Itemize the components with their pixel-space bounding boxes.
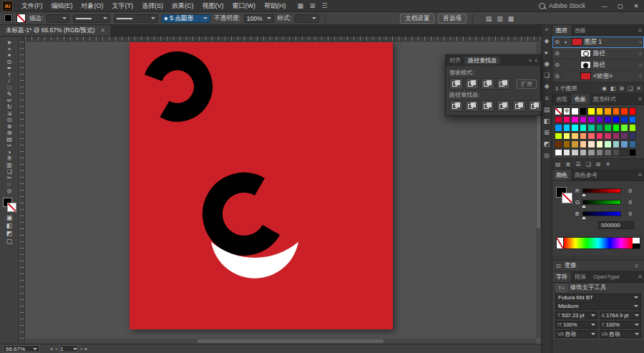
swatch[interactable]	[580, 140, 587, 148]
close-tab-icon[interactable]: ✕	[100, 27, 105, 34]
trim-button[interactable]	[465, 100, 479, 112]
delete-swatch-icon[interactable]: ✕	[605, 161, 610, 168]
swatch[interactable]	[555, 107, 562, 115]
direct-selection-tool[interactable]: ➣	[0, 46, 19, 52]
swatch[interactable]	[571, 116, 579, 124]
expand-panels-icon[interactable]: «	[542, 25, 552, 35]
preferences-button[interactable]: 首选项	[438, 14, 467, 24]
brush-definition-select[interactable]	[114, 14, 158, 23]
document-tab[interactable]: 未标题-1* @ 66.67% (RGB/预览) ✕	[0, 25, 112, 36]
hex-value-field[interactable]: 000000	[598, 221, 634, 229]
next-artboard-button[interactable]: ›	[80, 346, 82, 352]
layer-row[interactable]: ⊙路径○	[552, 59, 644, 71]
first-artboard-button[interactable]: «	[50, 346, 53, 352]
swatch[interactable]	[571, 140, 579, 148]
close-button[interactable]: ✕	[628, 0, 644, 11]
swatch[interactable]	[596, 132, 604, 140]
blend-tool[interactable]: ◑	[0, 149, 19, 155]
slider-track[interactable]	[582, 211, 621, 216]
font-family-select[interactable]: Futura Md BT	[555, 294, 641, 301]
transform-options-icon[interactable]: ▦	[508, 15, 514, 22]
swatches-tab[interactable]: 色板	[571, 94, 590, 105]
align-panel-icon[interactable]: ⊞	[542, 127, 552, 138]
swatch[interactable]	[629, 140, 637, 148]
layer-row[interactable]: ⊙<矩形>○	[552, 71, 644, 82]
line-segment-tool[interactable]: ∕	[0, 78, 19, 84]
navigator-panel-icon[interactable]: ◎	[542, 150, 552, 161]
swatch[interactable]	[629, 149, 637, 157]
swatch[interactable]	[587, 124, 595, 132]
swatch[interactable]	[613, 132, 620, 140]
swatch[interactable]	[604, 124, 612, 132]
swatch[interactable]	[571, 132, 579, 140]
swatch[interactable]	[604, 149, 612, 157]
column-graph-tool[interactable]: ▥	[0, 162, 19, 168]
swatch[interactable]	[555, 132, 562, 140]
rotate-tool[interactable]: ↻	[0, 104, 19, 110]
black-arc-shape-middle[interactable]	[213, 183, 271, 246]
arrange-documents-icon[interactable]: ▦	[298, 2, 304, 9]
new-color-group-icon[interactable]: ❏	[585, 161, 590, 168]
stroke-weight-select[interactable]	[47, 14, 69, 23]
black-arc-shape-top[interactable]	[153, 61, 203, 112]
visibility-toggle-icon[interactable]: ⊙	[552, 73, 562, 79]
character-tab[interactable]: OpenType	[590, 271, 623, 282]
menu-item[interactable]: 选择(S)	[137, 0, 167, 11]
swatches-tab[interactable]: 画笔	[552, 94, 571, 105]
scrollbar-thumb[interactable]	[537, 107, 540, 228]
menu-item[interactable]: 帮助(H)	[260, 0, 291, 11]
expander-icon[interactable]: ▾	[565, 39, 570, 44]
slider-handle[interactable]	[582, 205, 586, 208]
color-tab[interactable]: 颜色参考	[571, 170, 601, 180]
width-profile-select[interactable]	[73, 14, 110, 23]
stroke-swatch[interactable]	[562, 193, 572, 203]
app-bar-menu-icon[interactable]: ☰	[322, 2, 328, 9]
swatch[interactable]	[629, 116, 637, 124]
gradient-tool[interactable]: ▤	[0, 136, 19, 142]
previous-artboard-button[interactable]: ‹	[55, 346, 57, 352]
slice-tool[interactable]: ✂	[0, 175, 19, 181]
slider-track[interactable]	[582, 200, 621, 205]
swatch[interactable]	[580, 124, 587, 132]
menu-item[interactable]: 编辑(E)	[47, 0, 77, 11]
app-logo-icon[interactable]: Ai	[2, 1, 13, 11]
make-clip-mask-icon[interactable]: ◧	[610, 85, 616, 92]
color-fill-stroke-indicator[interactable]	[556, 187, 573, 204]
swatch[interactable]	[613, 149, 620, 157]
swatch[interactable]	[604, 140, 612, 148]
transform-panel-header[interactable]: ⊡ 变换 ≡	[552, 260, 644, 271]
swatch[interactable]	[563, 116, 571, 124]
paintbrush-tool[interactable]: ✎	[0, 91, 19, 97]
minus-front-button[interactable]	[465, 78, 479, 90]
outline-button[interactable]	[512, 100, 526, 112]
locate-object-icon[interactable]: ◉	[602, 85, 607, 92]
swatch[interactable]	[604, 107, 612, 115]
scrollbar-thumb[interactable]	[197, 339, 384, 343]
layers-tab[interactable]: 图层	[552, 25, 571, 36]
lasso-tool[interactable]: Ʊ	[0, 59, 19, 65]
swatch[interactable]	[580, 149, 587, 157]
symbols-panel-icon[interactable]: ❖	[542, 81, 552, 92]
adobe-stock-search[interactable]: Adobe Stock	[539, 2, 585, 9]
swatch[interactable]	[563, 132, 571, 140]
swatch[interactable]	[555, 149, 562, 157]
panel-menu-icon[interactable]: ≡	[535, 58, 537, 63]
none-color-swatch[interactable]	[556, 237, 564, 249]
vertical-scale-field[interactable]: IT100%	[555, 321, 597, 329]
layer-row[interactable]: ⊙▾图层 1○	[552, 37, 644, 48]
pen-tool[interactable]: ✒	[0, 65, 19, 72]
swatch[interactable]	[563, 107, 571, 115]
swatch[interactable]	[613, 124, 620, 132]
g-channel-slider[interactable]: G0	[575, 198, 632, 205]
opacity-select[interactable]: 100%	[244, 14, 274, 23]
stroke-color-swatch[interactable]	[16, 14, 26, 23]
swatch[interactable]	[587, 149, 595, 157]
color-spectrum-bar[interactable]	[556, 237, 640, 249]
eyedropper-tool[interactable]: ✑	[0, 142, 19, 149]
swatch[interactable]	[571, 107, 579, 115]
character-tab[interactable]: 段落	[571, 271, 590, 282]
last-artboard-button[interactable]: »	[84, 346, 87, 352]
expand-button[interactable]: 扩展	[517, 79, 537, 89]
swatch-kinds-icon[interactable]: ≣	[566, 161, 571, 168]
swatch[interactable]	[587, 116, 595, 124]
